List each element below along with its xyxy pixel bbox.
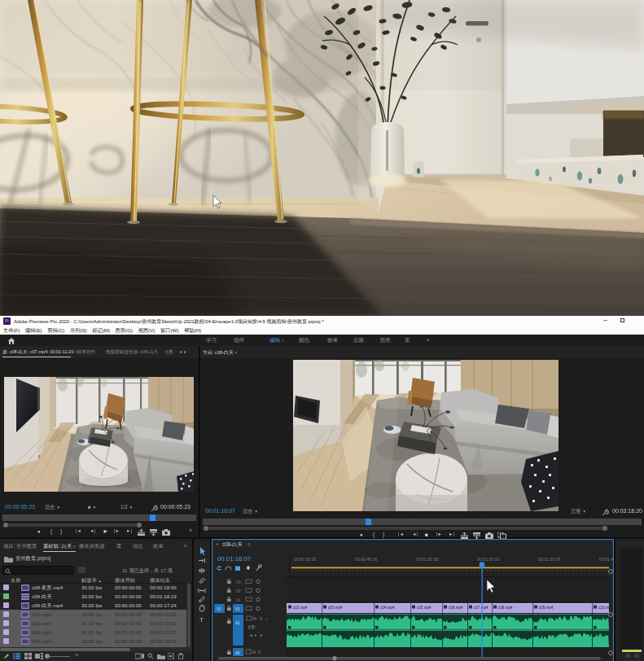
svg-text:00:01:30:00: 00:01:30:00: [538, 557, 561, 562]
svg-text:○: ○: [265, 617, 268, 621]
svg-text:V1: V1: [235, 607, 240, 611]
svg-text:◄: ◄: [249, 633, 253, 637]
svg-text:c07.mp4: c07.mp4: [474, 606, 488, 610]
svg-text:c05.mp4: c05.mp4: [417, 606, 432, 610]
svg-text:c08.mp4: c08.mp4: [498, 606, 513, 610]
svg-text:00:01:00:00: 00:01:00:00: [416, 557, 439, 562]
svg-text:c03.mp4: c03.mp4: [328, 606, 343, 610]
svg-text:c10.mp: c10.mp: [598, 606, 611, 610]
svg-text:00:01:15:00: 00:01:15:00: [477, 557, 500, 562]
svg-text:×: ×: [216, 541, 219, 547]
svg-text:00:00:30:00: 00:00:30:00: [294, 557, 317, 562]
svg-text:T: T: [199, 616, 204, 624]
svg-text:M: M: [252, 650, 256, 654]
svg-text:c06.mp4: c06.mp4: [449, 606, 463, 610]
svg-text:►: ►: [260, 633, 264, 637]
svg-text:V1: V1: [236, 598, 241, 602]
svg-text:00:00:45:00: 00:00:45:00: [355, 557, 378, 562]
svg-text:c08-白天: c08-白天: [222, 541, 243, 548]
svg-text:c04.mp4: c04.mp4: [380, 606, 395, 610]
svg-text:V2: V2: [236, 589, 241, 593]
svg-text:V1: V1: [217, 607, 221, 611]
svg-text:c09.mp4: c09.mp4: [539, 606, 554, 610]
svg-text:S: S: [260, 617, 262, 621]
svg-text:00:01:45:0: 00:01:45:0: [599, 557, 614, 562]
svg-text:A2: A2: [235, 651, 240, 655]
svg-text:c02.mp4: c02.mp4: [293, 606, 308, 610]
svg-text:A1: A1: [235, 621, 240, 625]
svg-text:00:01:16:07: 00:01:16:07: [217, 555, 251, 563]
svg-text:S: S: [258, 650, 261, 654]
svg-text:≡: ≡: [248, 542, 251, 547]
svg-text:M: M: [253, 617, 256, 621]
svg-text:V3: V3: [236, 580, 241, 584]
